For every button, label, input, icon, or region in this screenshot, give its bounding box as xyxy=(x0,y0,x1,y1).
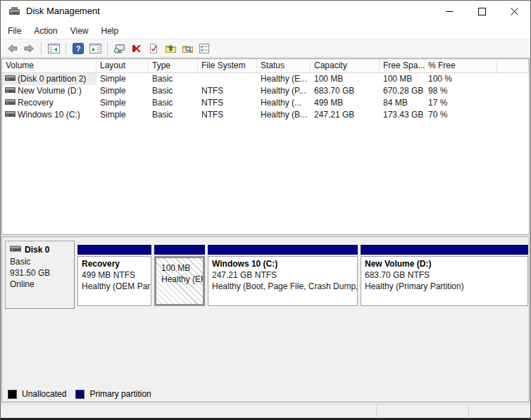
help-icon[interactable]: ? xyxy=(70,41,87,56)
volume-cell[interactable]: (Disk 0 partition 2) xyxy=(2,73,96,85)
minimize-button[interactable] xyxy=(433,1,466,23)
partition-status: Healthy (Boot, Page File, Crash Dump, xyxy=(212,281,354,292)
disk-name: Disk 0 xyxy=(25,245,49,255)
column-header-type[interactable]: Type xyxy=(149,59,198,72)
table-row[interactable]: New Volume (D:) Simple Basic NTFS Health… xyxy=(2,85,529,97)
table-row[interactable]: (Disk 0 partition 2) Simple Basic Health… xyxy=(2,73,529,85)
status-cell[interactable]: Healthy (... xyxy=(257,97,311,109)
capacity-cell[interactable]: 100 MB xyxy=(311,73,380,85)
column-header-layout[interactable]: Layout xyxy=(96,59,149,72)
window-title: Disk Management xyxy=(26,6,100,16)
capacity-cell[interactable]: 499 MB xyxy=(311,97,380,109)
back-icon[interactable] xyxy=(4,41,20,56)
free-space-cell[interactable]: 173.43 GB xyxy=(380,109,425,121)
partition-efi[interactable]: 100 MB Healthy (EFI xyxy=(154,245,205,309)
disk-status: Online xyxy=(10,279,70,290)
type-cell[interactable]: Basic xyxy=(149,109,198,121)
drive-icon xyxy=(5,85,15,97)
status-cell[interactable]: Healthy (B... xyxy=(257,109,311,121)
column-header-free-space[interactable]: Free Spa... xyxy=(380,59,425,72)
table-row[interactable]: Windows 10 (C:) Simple Basic NTFS Health… xyxy=(2,109,529,121)
disk-size: 931.50 GB xyxy=(10,267,70,279)
capacity-cell[interactable]: 683.70 GB xyxy=(311,85,380,97)
free-space-cell[interactable]: 100 MB xyxy=(380,73,425,85)
file-system-cell[interactable] xyxy=(198,73,257,85)
type-cell[interactable]: Basic xyxy=(149,85,198,97)
partition-name: Windows 10 (C:) xyxy=(212,259,354,269)
layout-cell[interactable]: Simple xyxy=(96,85,149,97)
file-system-cell[interactable]: NTFS xyxy=(198,85,257,97)
table-row[interactable]: Recovery Simple Basic NTFS Healthy (... … xyxy=(2,97,529,109)
disk-0-header[interactable]: Disk 0 Basic 931.50 GB Online xyxy=(5,241,75,309)
type-cell[interactable]: Basic xyxy=(149,97,198,109)
partitions: Recovery 499 MB NTFS Healthy (OEM Par 10… xyxy=(77,241,528,309)
rescan-disks-icon[interactable] xyxy=(111,41,128,56)
free-space-cell[interactable]: 670.28 GB xyxy=(380,85,425,97)
maximize-button[interactable] xyxy=(466,1,498,23)
partition-c[interactable]: Windows 10 (C:) 247.21 GB NTFS Healthy (… xyxy=(208,245,358,309)
partition-recovery[interactable]: Recovery 499 MB NTFS Healthy (OEM Par xyxy=(77,245,151,309)
partition-body[interactable]: Recovery 499 MB NTFS Healthy (OEM Par xyxy=(77,256,151,306)
pct-free-cell[interactable]: 98 % xyxy=(425,85,497,97)
menu-view[interactable]: View xyxy=(64,24,95,38)
free-space-cell[interactable]: 84 MB xyxy=(380,97,425,109)
change-drive-letter-icon[interactable] xyxy=(162,41,179,56)
partition-color-bar xyxy=(361,245,528,255)
partition-size: 499 MB NTFS xyxy=(82,269,147,281)
partition-size: 683.70 GB NTFS xyxy=(365,269,524,281)
drive-icon xyxy=(5,97,15,109)
properties-icon[interactable] xyxy=(196,41,213,56)
partition-name: Recovery xyxy=(82,259,147,269)
partition-d[interactable]: New Volume (D:) 683.70 GB NTFS Healthy (… xyxy=(361,245,528,309)
volume-cell[interactable]: Windows 10 (C:) xyxy=(2,109,96,121)
explore-icon[interactable] xyxy=(179,41,196,56)
file-system-cell[interactable]: NTFS xyxy=(198,109,257,121)
status-bar-divider xyxy=(468,406,469,417)
status-bar-divider xyxy=(376,406,377,417)
column-header-capacity[interactable]: Capacity xyxy=(311,59,380,72)
column-header-pct-free[interactable]: % Free xyxy=(425,59,497,72)
partition-body-selected[interactable]: 100 MB Healthy (EFI xyxy=(154,256,205,306)
volume-name: (Disk 0 partition 2) xyxy=(18,73,86,85)
partition-color-bar xyxy=(154,245,205,255)
column-header-status[interactable]: Status xyxy=(257,59,311,72)
partition-status: Healthy (OEM Par xyxy=(82,281,147,292)
layout-cell[interactable]: Simple xyxy=(96,97,149,109)
menu-help[interactable]: Help xyxy=(95,24,125,38)
type-cell[interactable]: Basic xyxy=(149,73,198,85)
partition-color-bar xyxy=(77,245,151,255)
pct-free-cell[interactable]: 100 % xyxy=(425,73,497,85)
forward-icon[interactable] xyxy=(20,41,37,56)
volume-list-pane: Volume Layout Type File System Status Ca… xyxy=(1,58,530,235)
show-console-tree-icon[interactable] xyxy=(45,41,62,56)
partition-size: 247.21 GB NTFS xyxy=(212,269,354,281)
volume-cell[interactable]: Recovery xyxy=(2,97,96,109)
column-header-volume[interactable]: Volume xyxy=(2,59,96,72)
volume-name: Recovery xyxy=(18,97,54,109)
status-cell[interactable]: Healthy (E... xyxy=(257,73,311,85)
volume-name: New Volume (D:) xyxy=(18,85,82,97)
mark-partition-active-icon[interactable] xyxy=(145,41,162,56)
layout-cell[interactable]: Simple xyxy=(96,73,149,85)
partition-status: Healthy (Primary Partition) xyxy=(365,281,524,292)
menu-file[interactable]: File xyxy=(1,24,27,38)
column-header-file-system[interactable]: File System xyxy=(198,59,257,72)
unallocated-swatch xyxy=(8,390,17,399)
close-button[interactable] xyxy=(498,1,530,23)
legend: Unallocated Primary partition xyxy=(8,388,151,400)
file-system-cell[interactable]: NTFS xyxy=(198,97,257,109)
column-header-filler xyxy=(497,59,529,72)
partition-body[interactable]: New Volume (D:) 683.70 GB NTFS Healthy (… xyxy=(361,256,528,306)
volume-cell[interactable]: New Volume (D:) xyxy=(2,85,96,97)
pct-free-cell[interactable]: 17 % xyxy=(425,97,497,109)
layout-cell[interactable]: Simple xyxy=(96,109,149,121)
delete-volume-icon[interactable] xyxy=(128,41,145,56)
pct-free-cell[interactable]: 70 % xyxy=(425,109,497,121)
show-action-pane-icon[interactable] xyxy=(87,41,104,56)
capacity-cell[interactable]: 247.21 GB xyxy=(311,109,380,121)
menu-action[interactable]: Action xyxy=(27,24,63,38)
status-cell[interactable]: Healthy (P... xyxy=(257,85,311,97)
partition-name: New Volume (D:) xyxy=(365,259,524,269)
partition-body[interactable]: Windows 10 (C:) 247.21 GB NTFS Healthy (… xyxy=(208,256,358,306)
toolbar-separator xyxy=(107,42,108,55)
